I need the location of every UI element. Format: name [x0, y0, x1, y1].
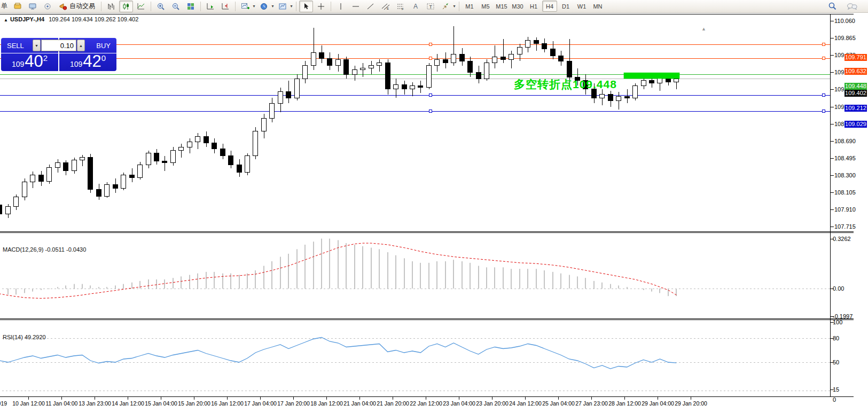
trendline-icon[interactable] [364, 1, 378, 12]
templates-icon[interactable] [276, 1, 290, 12]
templates-dropdown[interactable]: ▾ [289, 4, 294, 9]
svg-text:18 Jan 12:00: 18 Jan 12:00 [310, 400, 343, 407]
svg-text:10 Jan 12:00: 10 Jan 12:00 [12, 400, 45, 407]
chat-icon[interactable] [845, 1, 859, 12]
svg-text:0: 0 [833, 396, 836, 403]
timeframe-h1[interactable]: H1 [526, 1, 541, 12]
sell-price: 109402 [1, 53, 58, 71]
svg-text:108.885: 108.885 [834, 121, 856, 127]
timeframe-m15[interactable]: M15 [494, 1, 509, 12]
chart-window: 110.060109.865109.670109.475109.280109.0… [0, 13, 868, 413]
svg-text:23 Jan 20:00: 23 Jan 20:00 [476, 400, 509, 407]
equidistant-channel-icon[interactable]: E [379, 1, 393, 12]
timeframe-w1[interactable]: W1 [574, 1, 589, 12]
svg-text:24 Jan 12:00: 24 Jan 12:00 [509, 400, 542, 407]
level-handle [823, 110, 825, 113]
chart-canvas[interactable]: 110.060109.865109.670109.475109.280109.0… [0, 13, 868, 413]
level-handle [429, 94, 432, 97]
svg-text:22 Jan 12:00: 22 Jan 12:00 [410, 400, 442, 407]
level-handle [823, 57, 825, 60]
auto-trading-label: 自动交易 [69, 2, 95, 11]
level-handle [429, 110, 432, 113]
news-icon[interactable] [41, 1, 54, 12]
rsi [0, 338, 676, 369]
svg-text:Jan 2019: Jan 2019 [0, 400, 7, 407]
svg-text:29 Jan 20:00: 29 Jan 20:00 [675, 400, 707, 407]
auto-trading-button[interactable]: 自动交易 [56, 1, 98, 12]
text-label-icon[interactable]: T [424, 1, 437, 12]
toolbar-separator [235, 2, 236, 11]
svg-text:17 Jan 20:00: 17 Jan 20:00 [277, 400, 310, 407]
volume-input[interactable] [41, 40, 76, 51]
timeframe-h4[interactable]: H4 [542, 1, 557, 12]
candlestick-chart-icon[interactable] [119, 1, 133, 12]
horizontal-line-icon[interactable] [349, 1, 363, 12]
svg-text:100: 100 [833, 319, 842, 325]
fibonacci-icon[interactable]: F [394, 1, 408, 12]
svg-text:108.690: 108.690 [834, 138, 856, 144]
svg-text:15: 15 [833, 386, 839, 393]
svg-text:109.865: 109.865 [834, 35, 856, 41]
svg-text:108.300: 108.300 [834, 172, 856, 178]
svg-text:0.00: 0.00 [833, 285, 844, 292]
highlight-zone [624, 73, 680, 79]
svg-text:28 Jan 12:00: 28 Jan 12:00 [608, 400, 641, 407]
svg-text:107.715: 107.715 [834, 223, 856, 230]
text-icon[interactable]: A [409, 1, 423, 12]
level-handle [429, 57, 432, 60]
svg-text:109.475: 109.475 [834, 69, 856, 75]
new-order-button[interactable]: 单 [1, 2, 9, 11]
svg-text:108.105: 108.105 [834, 189, 856, 196]
timeframe-m5[interactable]: M5 [478, 1, 493, 12]
svg-text:16 Jan 12:00: 16 Jan 12:00 [211, 400, 244, 407]
toolbar-separator [296, 2, 296, 11]
indicators-icon[interactable] [238, 1, 252, 12]
cursor-icon[interactable] [299, 1, 313, 12]
line-chart-icon[interactable] [134, 1, 148, 12]
periods-icon[interactable] [257, 1, 271, 12]
crosshair-icon[interactable] [314, 1, 328, 12]
level-handle [823, 94, 825, 97]
svg-text:29 Jan 04:00: 29 Jan 04:00 [642, 400, 674, 407]
buy-label: BUY [96, 42, 111, 50]
sell-label: SELL [7, 42, 24, 50]
highlight [624, 73, 680, 79]
arrows-dropdown[interactable]: ▾ [452, 4, 457, 9]
price-axis: 110.060109.865109.670109.475109.280109.0… [831, 18, 856, 403]
periods-dropdown[interactable]: ▾ [270, 4, 275, 9]
tile-windows-icon[interactable] [184, 1, 198, 12]
timeframe-m1[interactable]: M1 [462, 1, 477, 12]
volume-decrease-button[interactable]: ▼ [33, 40, 41, 51]
timeframe-mn[interactable]: MN [590, 1, 605, 12]
timeframe-m30[interactable]: M30 [510, 1, 525, 12]
chart-shift-icon[interactable] [218, 1, 232, 12]
zoom-out-icon[interactable] [169, 1, 183, 12]
terminals-icon[interactable] [26, 1, 40, 12]
toolbar: 单 自动交易 ▾ ▾ [0, 0, 868, 13]
date-axis: Jan 201910 Jan 12:0011 Jan 04:0013 Jan 2… [0, 397, 707, 407]
toolbar-separator [200, 2, 201, 11]
rsi-line [0, 338, 676, 369]
svg-text:109.080: 109.080 [834, 104, 856, 110]
svg-text:80: 80 [833, 335, 839, 341]
indicator-level-lines [0, 289, 831, 391]
auto-scroll-icon[interactable] [204, 1, 217, 12]
svg-text:14 Jan 12:00: 14 Jan 12:00 [112, 400, 144, 407]
svg-text:17 Jan 04:00: 17 Jan 04:00 [244, 400, 277, 407]
timeframe-d1[interactable]: D1 [558, 1, 573, 12]
indicators-dropdown[interactable]: ▾ [252, 4, 256, 9]
timeframe-bar: M1M5M15M30H1H4D1W1MN [462, 1, 606, 12]
volume-increase-button[interactable]: ▲ [77, 40, 85, 51]
vertical-line-icon[interactable] [334, 1, 348, 12]
toolbar-separator [101, 2, 101, 11]
svg-text:108.495: 108.495 [834, 155, 856, 161]
order-book-icon[interactable] [11, 1, 25, 12]
search-icon[interactable] [825, 1, 839, 12]
zoom-in-icon[interactable] [154, 1, 168, 12]
bar-chart-icon[interactable] [104, 1, 118, 12]
svg-text:50: 50 [833, 359, 839, 365]
arrows-icon[interactable] [439, 1, 452, 12]
svg-text:T: T [429, 4, 433, 9]
macd-histogram [0, 239, 677, 297]
svg-text:25 Jan 04:00: 25 Jan 04:00 [542, 400, 575, 407]
